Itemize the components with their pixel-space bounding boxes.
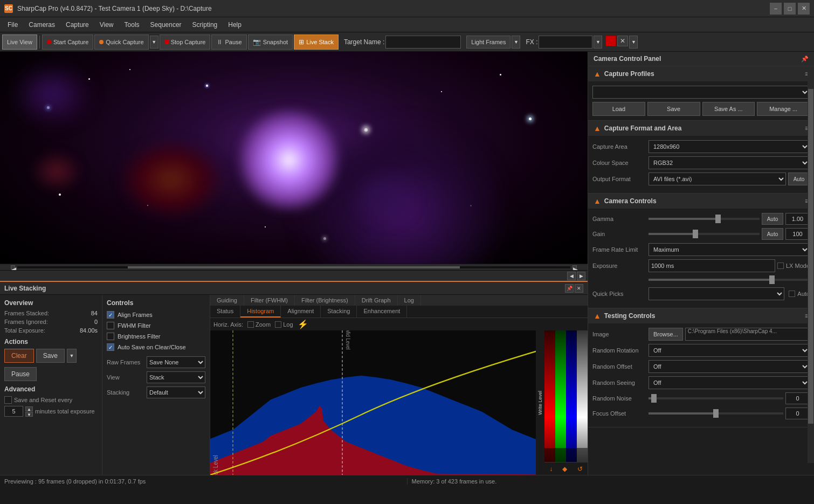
menu-view[interactable]: View [94, 19, 119, 31]
random-offset-select[interactable]: Off [649, 360, 810, 373]
close-button[interactable]: ✕ [798, 3, 810, 15]
raw-frames-select[interactable]: Save None [147, 356, 205, 368]
profile-dropdown[interactable] [592, 86, 810, 99]
subtab-enhancement[interactable]: Enhancement [357, 306, 407, 317]
record-indicator[interactable] [605, 36, 616, 46]
gamma-value-input[interactable] [785, 213, 810, 225]
arrow-down-icon[interactable]: ↓ [549, 465, 553, 473]
lx-mode-checkbox[interactable] [777, 263, 784, 269]
light-frames-button[interactable]: Light Frames [466, 36, 511, 49]
close-fx-button[interactable]: ✕ [617, 36, 628, 46]
manage-profiles-button[interactable]: Manage ... [757, 102, 810, 116]
quick-capture-dropdown[interactable]: ▼ [150, 36, 158, 49]
subtab-stacking[interactable]: Stacking [321, 306, 357, 317]
image-area[interactable]: ◀ ▶ [0, 52, 588, 270]
minutes-up[interactable]: ▲ [25, 406, 33, 411]
focus-offset-thumb[interactable] [713, 409, 719, 418]
capture-area-select[interactable]: 1280x960 [649, 140, 810, 153]
fx-extra-dropdown[interactable]: ▼ [629, 36, 638, 49]
camera-control-pin[interactable]: 📌 [801, 56, 809, 63]
nav-left-button[interactable]: ◀ [567, 272, 576, 280]
live-stack-button[interactable]: ⊞ Live Stack [294, 34, 339, 50]
menu-scripting[interactable]: Scripting [187, 19, 223, 31]
right-panel-scrollbar[interactable] [808, 69, 814, 463]
exposure-input[interactable] [649, 259, 775, 272]
quickpicks-auto-checkbox[interactable] [789, 291, 795, 297]
scroll-left-button[interactable]: ◀ [11, 265, 15, 270]
frame-rate-select[interactable]: Maximum [649, 243, 810, 256]
browse-button[interactable]: Browse... [649, 328, 683, 341]
save-as-profile-button[interactable]: Save As ... [702, 102, 755, 116]
maximize-button[interactable]: □ [784, 3, 796, 15]
output-format-auto[interactable]: Auto [788, 172, 810, 185]
random-seeing-select[interactable]: Off [649, 376, 810, 389]
tab-log[interactable]: Log [398, 295, 421, 306]
start-capture-button[interactable]: Start Capture [42, 34, 93, 50]
clear-button[interactable]: Clear [4, 349, 34, 363]
stop-capture-button[interactable]: Stop Capture [160, 34, 211, 50]
align-frames-checkbox[interactable]: ✓ [107, 311, 114, 319]
refresh-icon[interactable]: ↺ [577, 465, 583, 473]
gain-auto-button[interactable]: Auto [762, 228, 783, 240]
gain-value-input[interactable] [785, 228, 810, 240]
menu-capture[interactable]: Capture [60, 19, 94, 31]
pause-stack-button[interactable]: Pause [4, 367, 37, 381]
lightning-icon[interactable]: ⚡ [298, 319, 308, 329]
focus-offset-value[interactable] [785, 408, 810, 419]
diamond-icon[interactable]: ◆ [562, 465, 567, 473]
menu-help[interactable]: Help [223, 19, 247, 31]
tab-guiding[interactable]: Guiding [210, 295, 244, 306]
quick-capture-button[interactable]: Quick Capture [94, 34, 148, 50]
fx-dropdown[interactable]: ▼ [594, 36, 602, 49]
log-checkbox[interactable] [275, 321, 281, 328]
view-select[interactable]: Stack [147, 371, 205, 383]
scroll-right-button[interactable]: ▶ [572, 265, 577, 270]
random-rotation-select[interactable]: Off [649, 344, 810, 357]
random-noise-thumb[interactable] [651, 394, 657, 403]
auto-save-checkbox[interactable]: ✓ [107, 343, 114, 351]
target-input[interactable] [385, 36, 461, 49]
exposure-thumb[interactable] [769, 275, 775, 284]
menu-tools[interactable]: Tools [119, 19, 145, 31]
minutes-input[interactable] [4, 406, 23, 417]
camera-controls-header[interactable]: ▲ Camera Controls ≡ [588, 194, 814, 209]
gain-thumb[interactable] [693, 230, 698, 238]
testing-controls-header[interactable]: ▲ Testing Controls ≡ [588, 308, 814, 323]
stacking-close-button[interactable]: ✕ [575, 284, 583, 293]
capture-format-header[interactable]: ▲ Capture Format and Area ≡ [588, 121, 814, 136]
brightness-filter-checkbox[interactable] [107, 333, 114, 340]
minutes-down[interactable]: ▼ [25, 412, 33, 417]
menu-sequencer[interactable]: Sequencer [145, 19, 187, 31]
nav-right-button[interactable]: ▶ [577, 272, 585, 280]
subtab-alignment[interactable]: Alignment [281, 306, 321, 317]
pause-button[interactable]: ⏸ Pause [211, 34, 246, 50]
right-panel-scroll-thumb[interactable] [808, 89, 813, 424]
fx-input[interactable] [539, 36, 592, 49]
tab-filter-brightness[interactable]: Filter (Brightness) [295, 295, 355, 306]
h-scrollbar[interactable]: ◀ ▶ [0, 264, 588, 270]
colour-space-select[interactable]: RGB32 [649, 156, 810, 169]
minimize-button[interactable]: − [770, 3, 782, 15]
capture-profiles-header[interactable]: ▲ Capture Profiles ≡ [588, 66, 814, 81]
subtab-status[interactable]: Status [210, 306, 240, 317]
save-stack-button[interactable]: Save [36, 349, 65, 363]
live-view-button[interactable]: Live View [2, 34, 37, 50]
stacking-pin-button[interactable]: 📌 [565, 284, 574, 293]
menu-file[interactable]: File [2, 19, 23, 31]
quickpicks-select[interactable] [649, 287, 784, 300]
output-format-select[interactable]: AVI files (*.avi) [649, 172, 786, 185]
light-frames-dropdown[interactable]: ▼ [512, 36, 520, 49]
save-profile-button[interactable]: Save [647, 102, 700, 116]
stacking-select[interactable]: Default [147, 386, 205, 398]
save-reset-checkbox[interactable] [4, 396, 12, 404]
tab-drift-graph[interactable]: Drift Graph [355, 295, 398, 306]
tab-filter-fwhm[interactable]: Filter (FWHM) [244, 295, 295, 306]
zoom-checkbox[interactable] [247, 321, 254, 328]
menu-cameras[interactable]: Cameras [23, 19, 60, 31]
fwhm-filter-checkbox[interactable] [107, 322, 114, 329]
load-profile-button[interactable]: Load [592, 102, 645, 116]
gamma-auto-button[interactable]: Auto [762, 213, 783, 225]
random-noise-value[interactable] [785, 392, 810, 404]
gamma-thumb[interactable] [715, 215, 721, 223]
save-dropdown-button[interactable]: ▼ [67, 349, 77, 363]
